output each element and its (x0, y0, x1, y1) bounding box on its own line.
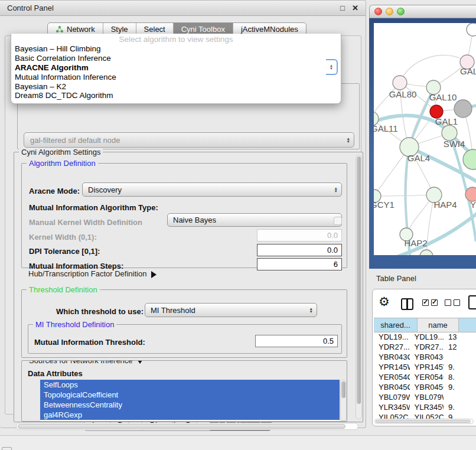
table-cell: YER054C (410, 372, 444, 382)
table-row[interactable]: YBR045CYBR045C9. (374, 382, 476, 392)
scrollbar-thumb[interactable] (341, 381, 345, 398)
node-label-gal4: GAL4 (407, 153, 430, 163)
algorithm-option-bayesian-k2[interactable]: Bayesian – K2 (11, 82, 341, 92)
table-row[interactable]: YLR345WYLR345W9. (374, 402, 476, 412)
table-cell: YBR045C (410, 382, 444, 392)
table-cell: 13 (444, 332, 476, 342)
gear-icon[interactable]: ⚙ (379, 295, 390, 309)
table-row[interactable]: YPR145WYPR145W9. (374, 362, 476, 372)
network-node[interactable] (420, 250, 433, 255)
which-threshold-value: MI Threshold (151, 306, 195, 315)
tab-select[interactable]: Select (136, 23, 174, 35)
tab-network[interactable]: Network (48, 23, 103, 35)
table-row[interactable]: YDR27...YDR27...12 (374, 342, 476, 352)
network-selector-combobox[interactable]: gal-filtered sif default node ▲▼ (24, 132, 354, 148)
aracne-mode-label: Aracne Mode: (29, 187, 80, 195)
table-cell: 9. (444, 362, 476, 372)
network-graph[interactable]: GALGAL80GAL10GAL1GAL11SWI4GAL4GCY1HAP4YH… (374, 23, 476, 255)
algorithm-option-basic-correlation-inference[interactable]: Basic Correlation Inference (11, 54, 341, 63)
network-selector-value: gal-filtered sif default node (30, 136, 120, 145)
sources-group-title[interactable]: Sources for Network Inference (27, 360, 146, 365)
network-window-titlebar[interactable] (369, 5, 476, 18)
scrollbar-thumb[interactable] (376, 420, 471, 423)
close-button[interactable] (374, 8, 382, 15)
kernel-width-field: 0.0 (257, 229, 342, 242)
settings-group-title: Cyni Algorithm Settings (19, 148, 103, 156)
which-threshold-combobox[interactable]: MI Threshold ▲▼ (145, 303, 317, 317)
attribute-item-gal4rgexp[interactable]: gal4RGexp (40, 410, 340, 420)
mi-threshold-definition-group: MI Threshold Definition Mutual Informati… (28, 324, 342, 354)
network-node[interactable] (454, 100, 472, 118)
network-node[interactable] (463, 149, 476, 169)
table-body: YDL19...YDL19...13YDR27...YDR27...12YBR0… (374, 332, 476, 419)
algorithm-option-mutual-information-inference[interactable]: Mutual Information Inference (11, 73, 341, 82)
table-cell (444, 392, 476, 402)
dpi-tolerance-field[interactable]: 0.0 (257, 244, 342, 256)
tab-style[interactable]: Style (103, 23, 136, 35)
network-canvas[interactable]: GALGAL80GAL10GAL1GAL11SWI4GAL4GCY1HAP4YH… (374, 23, 476, 255)
table-cell: YER054C (374, 372, 410, 382)
combo-stepper-icon: ▲▼ (347, 133, 350, 147)
table-cell: YIL052C (374, 412, 410, 419)
column-header-shared[interactable]: shared... (374, 318, 418, 332)
attribute-item-betweennesscentrality[interactable]: BetweennessCentrality (40, 400, 340, 410)
hub-definition-row[interactable]: Hub/Transcription Factor Definition (28, 269, 157, 278)
algorithm-option-dream8-dc-tdc-algorithm[interactable]: Dream8 DC_TDC Algorithm (11, 91, 341, 100)
algorithm-option-bayesian-hill-climbing[interactable]: Bayesian – Hill Climbing (11, 44, 341, 54)
column-header-name[interactable]: name (418, 318, 459, 332)
tab-label: Style (111, 25, 128, 34)
select-all-checkboxes-icon[interactable] (422, 299, 438, 306)
mi-threshold-definition-title: MI Threshold Definition (33, 320, 116, 329)
columns-icon[interactable] (401, 298, 413, 310)
attribute-item-topologicalcoefficient[interactable]: TopologicalCoefficient (40, 390, 340, 400)
table-row[interactable]: YIL052CYIL052C9. (374, 412, 476, 419)
table-row[interactable]: YDL19...YDL19...13 (374, 332, 476, 342)
settings-horizontal-scrollbar[interactable] (16, 423, 358, 430)
attributes-list-scrollbar[interactable] (340, 380, 347, 421)
control-panel-titlebar: Control Panel (0, 1, 366, 16)
node-label-hap4: HAP4 (433, 200, 457, 210)
mi-threshold-value: 0.5 (323, 337, 334, 345)
expand-right-icon[interactable] (151, 271, 157, 278)
manual-kernel-checkbox[interactable] (334, 217, 342, 225)
algorithm-dropdown-popup: Select algorithm to view settings Bayesi… (11, 34, 341, 104)
tab-jactivemnodules[interactable]: jActiveMNodules (233, 23, 306, 35)
settings-vertical-scrollbar[interactable] (356, 155, 362, 419)
scrollbar-thumb[interactable] (18, 424, 345, 429)
float-window-icon[interactable]: □ (340, 4, 345, 12)
minimize-button[interactable] (386, 8, 393, 15)
node-label-gal11: GAL11 (374, 123, 398, 133)
table-horizontal-scrollbar[interactable] (374, 419, 474, 424)
table-row[interactable]: YBR043CYBR043C (374, 352, 476, 362)
data-attributes-list[interactable]: SelfLoopsTopologicalCoefficientBetweenne… (40, 380, 340, 421)
table-row[interactable]: YER054CYER054C8. (374, 372, 476, 382)
table-row[interactable]: YBL079WYBL079W (374, 392, 476, 402)
scrollbar-thumb[interactable] (357, 156, 361, 404)
corner-panel-button[interactable] (2, 447, 12, 450)
table-cell: YBR043C (410, 352, 444, 362)
deselect-all-checkboxes-icon[interactable] (445, 299, 460, 306)
cyni-algorithm-settings-group: Cyni Algorithm Settings Algorithm Defini… (14, 152, 363, 422)
mi-steps-field[interactable]: 6 (257, 258, 342, 270)
aracne-mode-combobox[interactable]: Discovery ▲▼ (82, 182, 342, 197)
tab-cyni-toolbox[interactable]: Cyni Toolbox (174, 23, 233, 35)
close-window-icon[interactable]: ✕ (352, 4, 358, 12)
algorithm-option-aracne-algorithm[interactable]: ARACNE Algorithm (11, 63, 341, 73)
table-cell: 9. (444, 382, 476, 392)
mi-type-combobox[interactable]: Naive Bayes ▲▼ (167, 213, 342, 227)
network-node[interactable] (393, 76, 407, 90)
combobox-focus-artifact: ▲▼ (326, 59, 338, 75)
node-label-gcy1: GCY1 (374, 200, 395, 210)
document-icon[interactable] (468, 295, 476, 309)
collapse-down-icon[interactable] (136, 360, 144, 364)
attribute-item-selfloops[interactable]: SelfLoops (40, 380, 340, 390)
zoom-button[interactable] (397, 8, 405, 15)
table-cell: YBR043C (374, 352, 410, 362)
mi-threshold-field[interactable]: 0.5 (255, 335, 338, 347)
table-cell (444, 352, 476, 362)
hub-definition-label: Hub/Transcription Factor Definition (28, 269, 146, 278)
network-node[interactable] (467, 23, 476, 36)
node-label-gal10: GAL10 (429, 92, 457, 102)
column-header-2[interactable] (459, 318, 476, 332)
threshold-definition-title: Threshold Definition (27, 285, 100, 294)
